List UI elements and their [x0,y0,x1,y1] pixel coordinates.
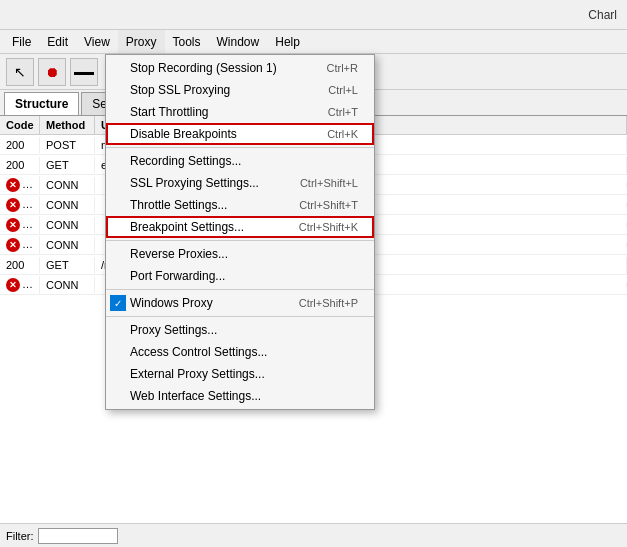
cell-code: ✕503 [0,236,40,254]
menu-access-control[interactable]: Access Control Settings... [106,341,374,363]
stop-ssl-shortcut: Ctrl+L [328,84,358,96]
throttle-settings-shortcut: Ctrl+Shift+T [299,199,358,211]
menu-stop-recording[interactable]: Stop Recording (Session 1) Ctrl+R [106,57,374,79]
separator-2 [106,240,374,241]
port-forwarding-label: Port Forwarding... [130,269,225,283]
start-throttling-label: Start Throttling [130,105,208,119]
menu-port-forwarding[interactable]: Port Forwarding... [106,265,374,287]
external-proxy-label: External Proxy Settings... [130,367,265,381]
more-button[interactable]: ▬▬ [70,58,98,86]
menu-throttle-settings[interactable]: Throttle Settings... Ctrl+Shift+T [106,194,374,216]
cell-method: CONN [40,217,95,233]
cell-method: CONN [40,197,95,213]
breakpoint-settings-label: Breakpoint Settings... [130,220,244,234]
stop-ssl-label: Stop SSL Proxying [130,83,230,97]
menu-recording-settings[interactable]: Recording Settings... [106,150,374,172]
separator-4 [106,316,374,317]
cell-code: 200 [0,137,40,153]
menu-windows-proxy[interactable]: ✓ Windows Proxy Ctrl+Shift+P [106,292,374,314]
menu-reverse-proxies[interactable]: Reverse Proxies... [106,243,374,265]
cell-method: GET [40,257,95,273]
separator-3 [106,289,374,290]
error-icon: ✕ [6,198,20,212]
menu-view[interactable]: View [76,30,118,53]
ssl-settings-shortcut: Ctrl+Shift+L [300,177,358,189]
access-control-label: Access Control Settings... [130,345,267,359]
arrow-button[interactable]: ↖ [6,58,34,86]
menu-help[interactable]: Help [267,30,308,53]
menu-proxy-settings[interactable]: Proxy Settings... [106,319,374,341]
reverse-proxies-label: Reverse Proxies... [130,247,228,261]
cell-code: ✕503 [0,216,40,234]
windows-proxy-checkmark: ✓ [110,295,126,311]
tab-structure[interactable]: Structure [4,92,79,115]
filter-label: Filter: [6,530,34,542]
menu-stop-ssl[interactable]: Stop SSL Proxying Ctrl+L [106,79,374,101]
throttle-settings-label: Throttle Settings... [130,198,227,212]
menu-tools[interactable]: Tools [165,30,209,53]
title-text: Charl [588,8,617,22]
menu-ssl-settings[interactable]: SSL Proxying Settings... Ctrl+Shift+L [106,172,374,194]
col-header-code: Code [0,116,40,134]
ssl-settings-label: SSL Proxying Settings... [130,176,259,190]
error-icon: ✕ [6,278,20,292]
error-icon: ✕ [6,238,20,252]
error-icon: ✕ [6,218,20,232]
cell-code: ✕503 [0,176,40,194]
menu-web-interface[interactable]: Web Interface Settings... [106,385,374,407]
cell-method: GET [40,157,95,173]
menu-edit[interactable]: Edit [39,30,76,53]
windows-proxy-label: Windows Proxy [130,296,213,310]
separator-1 [106,147,374,148]
stop-recording-shortcut: Ctrl+R [327,62,358,74]
breakpoint-settings-shortcut: Ctrl+Shift+K [299,221,358,233]
windows-proxy-shortcut: Ctrl+Shift+P [299,297,358,309]
error-icon: ✕ [6,178,20,192]
cell-method: CONN [40,277,95,293]
cell-method: CONN [40,177,95,193]
menu-breakpoint-settings[interactable]: Breakpoint Settings... Ctrl+Shift+K [106,216,374,238]
menu-start-throttling[interactable]: Start Throttling Ctrl+T [106,101,374,123]
cell-code: ✕503 [0,196,40,214]
stop-recording-label: Stop Recording (Session 1) [130,61,277,75]
cell-method: CONN [40,237,95,253]
menu-proxy[interactable]: Proxy [118,30,165,53]
proxy-settings-label: Proxy Settings... [130,323,217,337]
filter-bar: Filter: [0,523,627,547]
filter-input[interactable] [38,528,118,544]
disable-breakpoints-shortcut: Ctrl+K [327,128,358,140]
menu-bar: File Edit View Proxy Tools Window Help [0,30,627,54]
record-button[interactable]: ⏺ [38,58,66,86]
cell-code: 200 [0,157,40,173]
web-interface-label: Web Interface Settings... [130,389,261,403]
proxy-menu: Stop Recording (Session 1) Ctrl+R Stop S… [105,54,375,410]
recording-settings-label: Recording Settings... [130,154,241,168]
menu-file[interactable]: File [4,30,39,53]
title-bar: Charl [0,0,627,30]
disable-breakpoints-label: Disable Breakpoints [130,127,237,141]
cell-code: 200 [0,257,40,273]
start-throttling-shortcut: Ctrl+T [328,106,358,118]
col-header-method: Method [40,116,95,134]
menu-external-proxy[interactable]: External Proxy Settings... [106,363,374,385]
menu-disable-breakpoints[interactable]: Disable Breakpoints Ctrl+K [106,123,374,145]
menu-window[interactable]: Window [209,30,268,53]
cell-method: POST [40,137,95,153]
cell-code: ✕503 [0,276,40,294]
